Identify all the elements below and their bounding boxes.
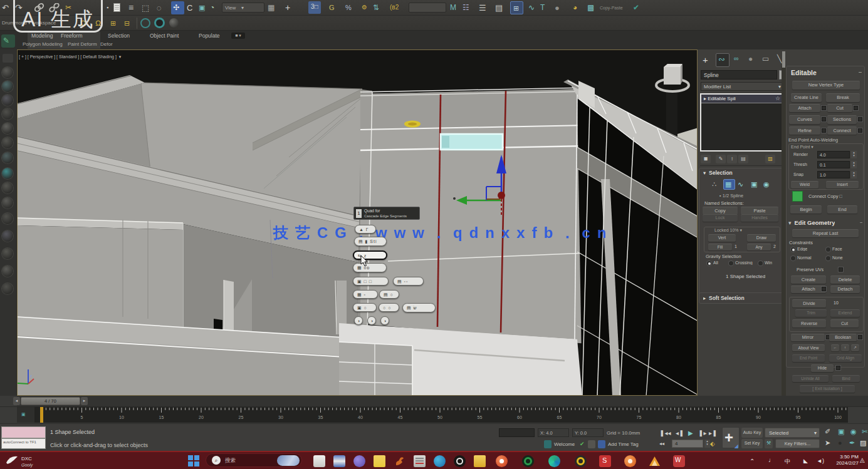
svg-text:95: 95 — [796, 415, 801, 420]
svg-text:20: 20 — [199, 415, 204, 420]
svg-text:5: 5 — [81, 415, 83, 420]
svg-text:65: 65 — [557, 415, 562, 420]
svg-text:85: 85 — [716, 415, 721, 420]
svg-text:80: 80 — [676, 415, 681, 420]
svg-text:55: 55 — [478, 415, 483, 420]
svg-text:z: z — [29, 373, 32, 379]
svg-text:15: 15 — [159, 415, 164, 420]
svg-text:35: 35 — [318, 415, 323, 420]
svg-text:50: 50 — [437, 415, 442, 420]
svg-text:10: 10 — [119, 415, 124, 420]
svg-text:30: 30 — [278, 415, 283, 420]
svg-text:90: 90 — [756, 415, 761, 420]
svg-text:75: 75 — [637, 415, 642, 420]
svg-text:Gooly: Gooly — [21, 463, 33, 468]
svg-text:40: 40 — [358, 415, 363, 420]
svg-text:60: 60 — [517, 415, 522, 420]
svg-text:25: 25 — [239, 415, 244, 420]
svg-text:45: 45 — [398, 415, 403, 420]
svg-text:DXC: DXC — [21, 456, 32, 461]
svg-text:100: 100 — [834, 415, 842, 420]
svg-text:70: 70 — [597, 415, 602, 420]
